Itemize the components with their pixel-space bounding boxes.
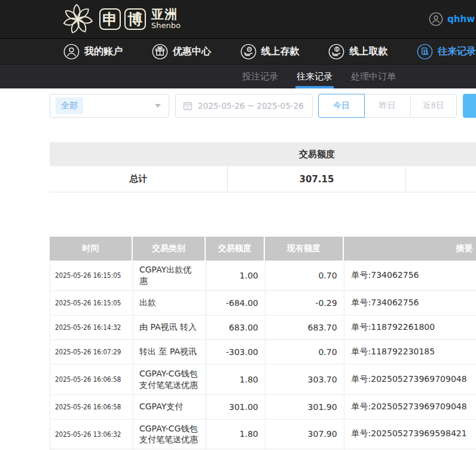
cell-balance: 0.70 [266, 261, 344, 290]
table-row: 2025-05-26 13:06:32 CGPAY-CG钱包支付笔笔送优惠 1.… [50, 420, 476, 450]
last-8-days-button[interactable]: 近8日 [410, 94, 457, 118]
summary-total-row: 总计 307.15 [50, 166, 476, 192]
withdraw-icon [328, 44, 344, 60]
table-row: 2025-05-26 16:15:05 CGPAY出款优惠 1.00 0.70 … [50, 261, 476, 291]
date-range-input[interactable]: 2025-05-26 ~ 2025-05-26 [175, 94, 313, 118]
record-tabs: 投注记录 往来记录 处理中订单 [0, 64, 476, 88]
cell-summary: 单号:202505273969709048 [344, 365, 476, 394]
username[interactable]: qhhw [447, 14, 475, 25]
tab-label: 投注记录 [242, 71, 278, 82]
table-row: 2025-05-26 16:14:32 由 PA视讯 转入 683.00 683… [50, 316, 476, 340]
cell-time: 2025-05-26 16:14:32 [50, 316, 133, 339]
summary-empty-cell [406, 166, 476, 192]
cell-summary: 单号:202505273969598421 [344, 420, 476, 449]
cell-amount: 1.00 [206, 261, 266, 290]
cell-amount: 1.80 [206, 365, 266, 394]
nav-item-online-deposit[interactable]: 线上存款 [240, 44, 300, 60]
cell-time: 2025-05-26 16:06:58 [50, 395, 133, 419]
table-row: 2025-05-26 16:07:29 转出 至 PA视讯 -303.00 0.… [50, 340, 476, 365]
tab-pending-orders[interactable]: 处理中订单 [351, 65, 396, 88]
nav-label: 往来记录 [438, 45, 476, 58]
nav-items: 我的账户 优惠中心 [63, 44, 476, 60]
column-header-time: 时间 [50, 237, 133, 261]
filter-bar: 全部 2025-05-26 ~ 2025-05-26 今日 昨日 近8日 [50, 94, 476, 118]
logo-char-shen: 申 [99, 8, 121, 30]
cell-summary: 单号:118792230185 [344, 340, 476, 364]
nav-item-transaction-records[interactable]: 往来记录 [417, 44, 476, 60]
cell-balance: -0.29 [266, 291, 344, 315]
cell-amount: 301.00 [206, 395, 266, 419]
summary-table: 交易额度 总计 307.15 [50, 142, 476, 192]
tab-betting-records[interactable]: 投注记录 [242, 65, 278, 88]
cell-amount: -303.00 [206, 340, 266, 364]
chevron-down-icon [155, 104, 161, 108]
yesterday-button[interactable]: 昨日 [364, 94, 411, 118]
transactions-table: 时间 交易类别 交易额度 现有额度 摘要 2025-05-26 16:15:05… [50, 237, 476, 450]
cell-balance: 307.90 [266, 420, 344, 449]
cell-summary: 单号:734062756 [344, 291, 476, 315]
summary-header-row: 交易额度 [50, 142, 476, 166]
today-button[interactable]: 今日 [318, 94, 365, 118]
site-logo[interactable]: 申 博 亚洲 Shenbo [61, 2, 181, 36]
gift-icon [152, 44, 168, 60]
summary-total-label: 总计 [50, 166, 228, 192]
cell-type: CGPAY支付 [133, 395, 206, 419]
search-button[interactable] [463, 94, 476, 118]
quick-range-buttons: 今日 昨日 近8日 [318, 94, 457, 118]
nav-label: 我的账户 [84, 45, 123, 58]
deposit-icon [240, 44, 257, 60]
cell-summary: 单号:118792261800 [344, 316, 476, 339]
tab-label: 往来记录 [297, 71, 332, 82]
cell-amount: -684.00 [206, 291, 266, 315]
nav-item-promotions[interactable]: 优惠中心 [152, 44, 211, 60]
cell-type: CGPAY-CG钱包支付笔笔送优惠 [133, 365, 206, 394]
logo-text: 亚洲 Shenbo [151, 8, 181, 30]
cell-time: 2025-05-26 16:15:05 [50, 291, 133, 315]
cell-summary: 单号:202505273969709048 [344, 395, 476, 419]
category-select[interactable]: 全部 [50, 94, 169, 118]
cell-type: 转出 至 PA视讯 [133, 340, 206, 364]
site-header: 申 博 亚洲 Shenbo qhhw [0, 0, 476, 38]
summary-header-spacer [406, 142, 476, 166]
cell-time: 2025-05-26 13:06:32 [50, 420, 133, 449]
cell-amount: 683.00 [206, 316, 266, 339]
user-avatar-icon [429, 12, 443, 26]
summary-total-value: 307.15 [228, 166, 406, 192]
cell-time: 2025-05-26 16:06:58 [50, 365, 133, 394]
cell-type: 由 PA视讯 转入 [133, 316, 206, 339]
cell-time: 2025-05-26 16:07:29 [50, 340, 133, 364]
cell-type: 出款 [133, 291, 206, 315]
records-icon [417, 44, 433, 60]
transaction-records-page: 申 博 亚洲 Shenbo qhhw 我的账户 [0, 0, 476, 450]
nav-label: 优惠中心 [173, 45, 211, 58]
table-row: 2025-05-26 16:06:58 CGPAY支付 301.00 301.9… [50, 395, 476, 420]
cell-balance: 683.70 [266, 316, 344, 339]
summary-header-spacer [50, 142, 228, 166]
user-account[interactable]: qhhw [429, 0, 475, 38]
user-icon [63, 44, 80, 60]
table-body: 2025-05-26 16:15:05 CGPAY出款优惠 1.00 0.70 … [50, 261, 476, 450]
cell-summary: 单号:734062756 [344, 261, 476, 290]
cell-balance: 303.70 [266, 365, 344, 394]
cell-balance: 301.90 [266, 395, 344, 419]
cell-type: CGPAY-CG钱包支付笔笔送优惠 [133, 420, 206, 449]
column-header-summary: 摘要 [344, 237, 476, 261]
flower-logo-icon [61, 2, 94, 36]
column-header-amount: 交易额度 [206, 237, 265, 261]
calendar-icon [183, 101, 193, 111]
selected-category-chip[interactable]: 全部 [56, 97, 83, 114]
cell-time: 2025-05-26 16:15:05 [50, 261, 133, 290]
column-header-balance: 现有额度 [265, 237, 344, 261]
cell-type: CGPAY出款优惠 [133, 261, 206, 290]
tab-transaction-records[interactable]: 往来记录 [297, 65, 332, 88]
nav-item-my-account[interactable]: 我的账户 [63, 44, 123, 60]
main-navigation: 我的账户 优惠中心 [0, 38, 476, 64]
nav-item-online-withdrawal[interactable]: 线上取款 [328, 44, 387, 60]
summary-header-amount: 交易额度 [228, 142, 406, 166]
date-range-value: 2025-05-26 ~ 2025-05-26 [198, 101, 304, 111]
logo-char-bo: 博 [124, 8, 146, 30]
cell-balance: 0.70 [266, 340, 344, 364]
cell-amount: 1.80 [206, 420, 266, 449]
nav-label: 线上取款 [349, 45, 387, 58]
column-header-type: 交易类别 [133, 237, 206, 261]
